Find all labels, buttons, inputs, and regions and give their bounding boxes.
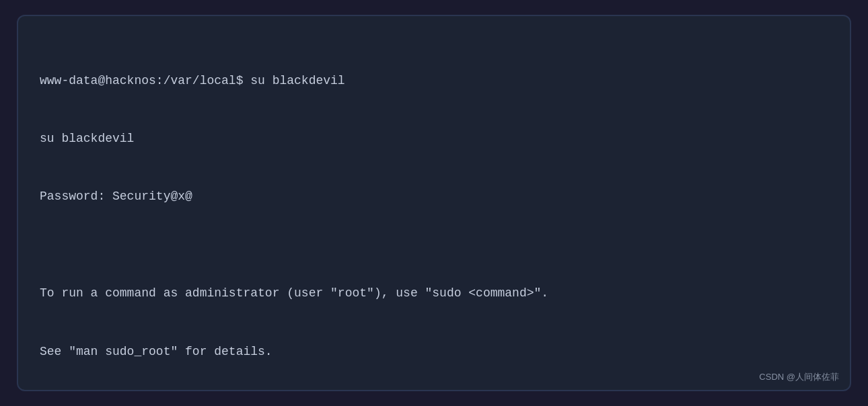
terminal-line-3: Password: Security@x@ — [40, 187, 828, 206]
terminal-line-text-3: Password: Security@x@ — [40, 190, 192, 203]
terminal-body[interactable]: www-data@hacknos:/var/local$ su blackdev… — [18, 16, 850, 390]
terminal-line-text-1: www-data@hacknos:/var/local$ su blackdev… — [40, 74, 345, 87]
terminal-window: www-data@hacknos:/var/local$ su blackdev… — [17, 15, 851, 391]
terminal-line-5: To run a command as administrator (user … — [40, 284, 828, 303]
terminal-line-text-2: su blackdevil — [40, 132, 134, 145]
terminal-line-1: www-data@hacknos:/var/local$ su blackdev… — [40, 71, 828, 91]
terminal-line-text-5: To run a command as administrator (user … — [40, 286, 548, 300]
terminal-line-text-6: See "man sudo_root" for details. — [40, 345, 273, 358]
watermark: CSDN @人间体佐菲 — [759, 371, 839, 383]
terminal-line-6: See "man sudo_root" for details. — [40, 342, 828, 362]
terminal-line-2: su blackdevil — [40, 129, 828, 149]
